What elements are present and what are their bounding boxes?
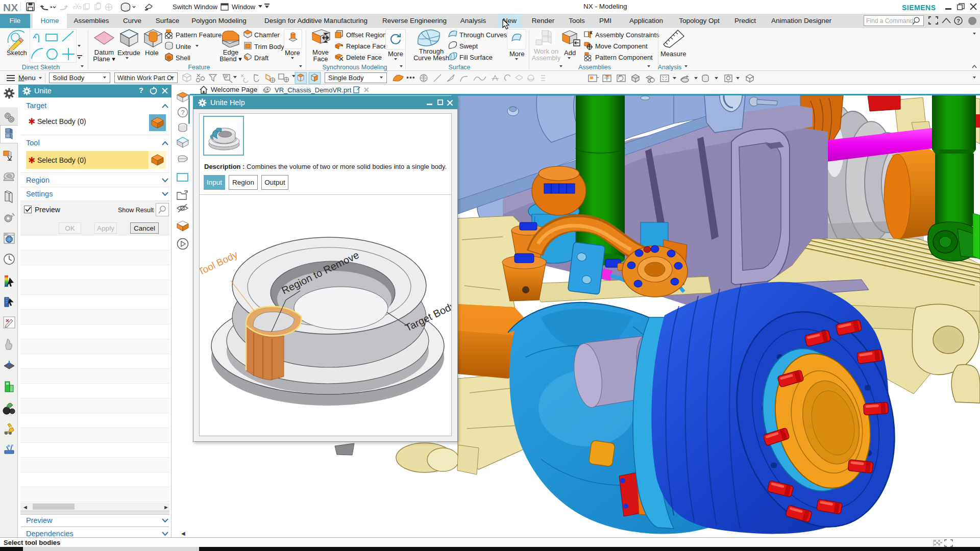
svg-text:?: ? [181,109,184,116]
svg-text:Tool Body: Tool Body [200,249,239,278]
svg-text:?: ? [957,18,960,24]
